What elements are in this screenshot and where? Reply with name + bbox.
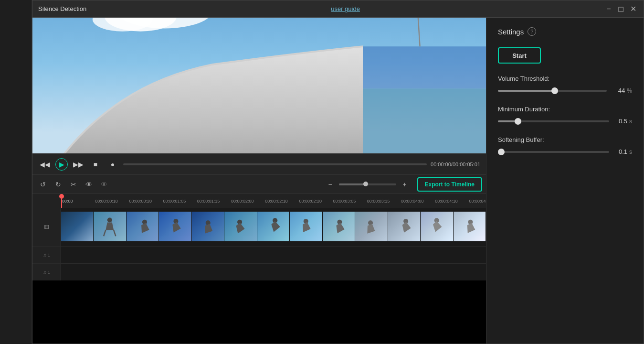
ruler-mark-12: 00:00:04:20 bbox=[469, 199, 486, 204]
softening-buffer-label: Softening Buffer: bbox=[498, 136, 632, 143]
frame-0 bbox=[61, 212, 94, 241]
frame-10 bbox=[388, 212, 421, 241]
minimize-button[interactable]: − bbox=[604, 5, 613, 13]
audio-track-2-label: ♬ 1 bbox=[32, 264, 61, 280]
ruler-mark-4: 00:00:01:15 bbox=[197, 199, 220, 204]
audio-track-2-content bbox=[61, 264, 486, 280]
video-preview bbox=[32, 18, 486, 153]
eye-button[interactable]: 👁 bbox=[82, 178, 95, 191]
frame-3 bbox=[159, 212, 191, 241]
video-settings-row: ◀◀ ▶ ▶▶ ■ ● 00:00:00/00:00:05:01 ↺ ↻ bbox=[32, 18, 644, 344]
frame-2 bbox=[127, 212, 159, 241]
dialog-title: Silence Detection bbox=[38, 5, 86, 12]
zoom-slider[interactable] bbox=[339, 183, 396, 185]
volume-threshold-value: 44 % bbox=[612, 87, 632, 94]
ruler-mark-10: 00:00:04:00 bbox=[401, 199, 424, 204]
export-to-timeline-button[interactable]: Export to Timeline bbox=[417, 177, 482, 192]
ruler-mark-9: 00:00:03:15 bbox=[367, 199, 390, 204]
redo-button[interactable]: ↻ bbox=[52, 178, 65, 191]
audio-2-icon: ♬ bbox=[43, 269, 47, 275]
zoom-controls: − + bbox=[324, 178, 412, 191]
undo-button[interactable]: ↺ bbox=[36, 178, 50, 191]
loop-button[interactable]: ● bbox=[106, 158, 119, 171]
frame-8 bbox=[323, 212, 355, 241]
settings-panel: Settings ? Start Volume Threshold: bbox=[486, 18, 644, 344]
title-bar: Silence Detection user guide − ◻ ✕ bbox=[32, 0, 644, 18]
main-content: ◀◀ ▶ ▶▶ ■ ● 00:00:00/00:00:05:01 ↺ ↻ bbox=[32, 18, 644, 344]
filmstrip bbox=[61, 212, 486, 241]
minimum-duration-unit: s bbox=[629, 118, 632, 125]
volume-threshold-slider-row: 44 % bbox=[498, 87, 632, 94]
softening-buffer-num: 0.1 bbox=[614, 148, 627, 155]
frame-9 bbox=[355, 212, 388, 241]
video-panel: ◀◀ ▶ ▶▶ ■ ● 00:00:00/00:00:05:01 ↺ ↻ bbox=[32, 18, 486, 344]
volume-threshold-unit: % bbox=[627, 87, 632, 94]
silence-detection-dialog: Silence Detection user guide − ◻ ✕ bbox=[32, 0, 644, 344]
step-forward-button[interactable]: ▶ bbox=[55, 158, 68, 171]
video-progress-bar[interactable] bbox=[123, 163, 427, 165]
frame-4 bbox=[192, 212, 224, 241]
frame-5 bbox=[224, 212, 257, 241]
softening-buffer-value: 0.1 s bbox=[614, 148, 632, 155]
cut-button[interactable]: ✂ bbox=[67, 178, 80, 191]
video-track-content[interactable] bbox=[61, 208, 486, 246]
video-track: 🎞 bbox=[32, 208, 486, 246]
volume-threshold-slider[interactable] bbox=[498, 90, 607, 92]
ruler-mark-3: 00:00:01:05 bbox=[163, 199, 186, 204]
minimum-duration-num: 0.5 bbox=[614, 118, 627, 125]
audio-track-1-content bbox=[61, 247, 486, 263]
time-display: 00:00:00/00:00:05:01 bbox=[431, 161, 480, 167]
volume-threshold-thumb[interactable] bbox=[551, 87, 558, 94]
softening-buffer-thumb[interactable] bbox=[498, 149, 505, 155]
dialog-body: ◀◀ ▶ ▶▶ ■ ● 00:00:00/00:00:05:01 ↺ ↻ bbox=[32, 18, 644, 344]
frame-12 bbox=[454, 212, 486, 241]
ruler-mark-8: 00:00:03:05 bbox=[333, 199, 356, 204]
minimum-duration-value: 0.5 s bbox=[614, 118, 632, 125]
timeline-track-container: 🎞 bbox=[32, 208, 486, 344]
audio-track-1: ♬ 1 bbox=[32, 246, 486, 263]
video-controls: ◀◀ ▶ ▶▶ ■ ● 00:00:00/00:00:05:01 bbox=[32, 153, 486, 174]
zoom-out-button[interactable]: − bbox=[324, 178, 337, 191]
audio-track-2: ♬ 1 bbox=[32, 263, 486, 280]
frame-1 bbox=[94, 212, 126, 241]
eye-off-button[interactable]: 👁 bbox=[97, 178, 111, 191]
audio-1-icon: ♬ bbox=[43, 252, 47, 258]
softening-buffer-group: Softening Buffer: 0.1 s bbox=[498, 136, 632, 155]
play-button[interactable]: ▶▶ bbox=[72, 158, 85, 171]
close-button[interactable]: ✕ bbox=[629, 5, 638, 13]
volume-threshold-label: Volume Threshold: bbox=[498, 75, 632, 82]
help-icon[interactable]: ? bbox=[528, 27, 536, 36]
frame-7 bbox=[290, 212, 322, 241]
skip-back-button[interactable]: ◀◀ bbox=[38, 158, 52, 171]
svg-rect-4 bbox=[363, 88, 486, 153]
ruler-mark-1: 00:00:00:10 bbox=[95, 199, 118, 204]
audio-track-1-label: ♬ 1 bbox=[32, 247, 61, 263]
settings-title: Settings bbox=[498, 28, 524, 36]
maximize-button[interactable]: ◻ bbox=[617, 5, 625, 13]
minimum-duration-slider[interactable] bbox=[498, 120, 609, 122]
timeline-ruler: 00:00 00:00:00:10 00:00:00:20 00:00:01:0… bbox=[32, 194, 486, 208]
minimum-duration-label: Minimum Duration: bbox=[498, 106, 632, 113]
video-track-label: 🎞 bbox=[32, 208, 61, 246]
dialog-center-title[interactable]: user guide bbox=[331, 5, 360, 12]
ruler-mark-2: 00:00:00:20 bbox=[129, 199, 152, 204]
stop-button[interactable]: ■ bbox=[89, 158, 102, 171]
minimum-duration-slider-row: 0.5 s bbox=[498, 118, 632, 125]
volume-threshold-group: Volume Threshold: 44 % bbox=[498, 75, 632, 94]
settings-header: Settings ? bbox=[498, 27, 632, 36]
toolbar-row: ↺ ↻ ✂ 👁 👁 − + Export bbox=[32, 174, 486, 194]
frame-11 bbox=[421, 212, 453, 241]
start-button[interactable]: Start bbox=[498, 47, 541, 64]
audio-1-number: 1 bbox=[48, 253, 50, 258]
volume-threshold-fill bbox=[498, 90, 555, 92]
title-controls: − ◻ ✕ bbox=[604, 5, 638, 13]
minimum-duration-thumb[interactable] bbox=[515, 118, 521, 125]
ruler-mark-5: 00:00:02:00 bbox=[231, 199, 254, 204]
svg-point-8 bbox=[107, 217, 112, 222]
minimum-duration-group: Minimum Duration: 0.5 s bbox=[498, 106, 632, 125]
video-track-icon: 🎞 bbox=[44, 225, 49, 230]
ruler-mark-0: 00:00 bbox=[62, 199, 73, 204]
zoom-in-button[interactable]: + bbox=[398, 178, 412, 191]
softening-buffer-slider[interactable] bbox=[498, 151, 609, 153]
volume-threshold-num: 44 bbox=[612, 87, 625, 94]
